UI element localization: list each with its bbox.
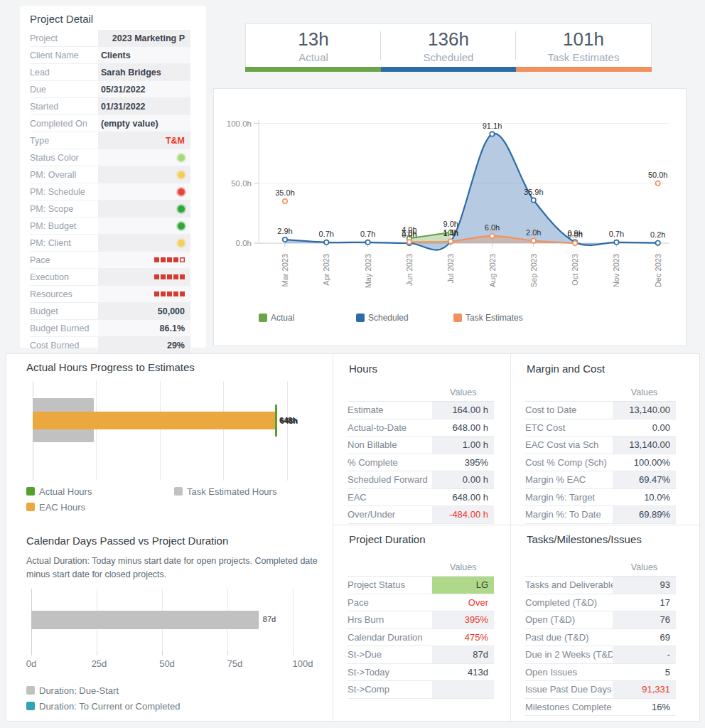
status-dot-icon (178, 223, 185, 230)
row-value: - (613, 646, 676, 663)
data-point[interactable] (324, 240, 328, 245)
data-point[interactable] (656, 240, 660, 245)
summary-color-bar (245, 67, 652, 72)
data-point[interactable] (283, 237, 287, 242)
data-point[interactable] (448, 239, 453, 243)
table-row: Hrs Burn395% (348, 611, 494, 629)
calendar-days-bar-chart[interactable]: 87d0d25d50d75d100d (26, 589, 327, 673)
y-axis-label: 50.0h (231, 179, 252, 188)
row-value: 0.00 (613, 419, 676, 437)
point-label: 35.9h (524, 188, 544, 196)
data-point[interactable] (573, 241, 577, 245)
data-point[interactable] (656, 181, 660, 186)
data-point[interactable] (490, 234, 494, 238)
plot-area: 87d (31, 589, 321, 651)
values-column-header: Values (432, 562, 494, 572)
table-row: Past due (T&D)69 (525, 629, 676, 647)
point-label: 6.0h (485, 223, 500, 232)
status-dot-icon (178, 205, 185, 213)
progress-chart-legend: Actual HoursTask Estimated HoursEAC Hour… (26, 483, 276, 515)
data-point[interactable] (532, 198, 536, 202)
data-point[interactable] (532, 238, 536, 242)
vertical-divider (510, 354, 511, 722)
point-label: 91.1h (483, 122, 502, 130)
legend-label: Duration: To Current or Completed (39, 701, 180, 712)
x-axis-label: 100d (293, 658, 313, 669)
field-label: Completed On (30, 119, 98, 129)
point-label: 50.0h (648, 171, 668, 179)
data-point[interactable] (407, 240, 411, 244)
field-value: T&M (98, 132, 190, 149)
legend-item[interactable]: EAC Hours (26, 499, 174, 515)
legend-label[interactable]: Actual (271, 313, 294, 323)
x-tick (227, 651, 228, 655)
legend-item[interactable]: Actual Hours (26, 483, 174, 499)
field-label: Cost Burned (30, 341, 98, 350)
gridline (293, 589, 294, 651)
point-label: 0.0h (567, 230, 582, 239)
legend-item[interactable]: Duration: Due-Start (26, 682, 180, 698)
summary-stat-value: 136h (381, 28, 516, 50)
bar-duration-due-start[interactable] (31, 611, 259, 629)
x-tick (162, 651, 163, 655)
row-label: Project Status (348, 577, 432, 594)
summary-stat: 101hTask Estimates (516, 24, 651, 67)
field-value (98, 269, 190, 285)
monthly-hours-line-chart[interactable]: 0.0h50.0h100.0hMar 2023Apr 2023May 2023J… (214, 89, 686, 346)
hours-progress-bar-chart[interactable]: 164h648h648h (26, 381, 328, 481)
actual-hours-marker[interactable] (275, 405, 277, 437)
field-label: PM: Budget (30, 221, 98, 231)
legend-swatch[interactable] (259, 314, 267, 322)
x-axis-label: May 2023 (364, 254, 372, 288)
data-point[interactable] (365, 240, 370, 245)
marker-value-label: 648h (280, 417, 298, 425)
row-value: LG (432, 577, 494, 594)
row-value: 648.00 h (432, 489, 494, 506)
project-detail-row: Cost Burned29% (30, 337, 190, 354)
gridline (96, 381, 97, 481)
table-header-row: Values (525, 559, 676, 577)
table-row: PaceOver (348, 594, 494, 612)
field-label: PM: Schedule (30, 187, 98, 197)
row-label: Hrs Burn (348, 611, 432, 628)
row-label: Open Issues (525, 664, 613, 681)
project-detail-row: Status Color (30, 149, 190, 166)
summary-stat-value: 13h (246, 28, 381, 50)
legend-label[interactable]: Scheduled (368, 313, 409, 323)
rating-square-icon (161, 274, 166, 279)
x-axis-label: Nov 2023 (612, 254, 620, 287)
data-point[interactable] (283, 199, 287, 203)
table-row: EAC Cost via Sch13,140.00 (525, 437, 676, 454)
table-row: Project StatusLG (348, 577, 494, 594)
legend-item[interactable]: Task Estimated Hours (174, 483, 276, 499)
legend-swatch[interactable] (356, 314, 365, 322)
legend-swatch-icon (26, 702, 35, 710)
row-value: 13,140.00 (613, 402, 676, 419)
summary-bar-segment (381, 67, 517, 72)
point-label: 0.2h (650, 230, 665, 239)
project-detail-row: PM: Schedule (30, 183, 190, 200)
table-row: Margin %: To Date69.89% (525, 506, 676, 524)
project-detail-title: Project Detail (20, 6, 206, 25)
project-detail-row: Budget50,000 (30, 303, 190, 320)
legend-label[interactable]: Task Estimates (465, 313, 523, 323)
field-label: Budget Burned (30, 323, 98, 333)
rating-square-icon (180, 291, 185, 296)
point-label: 0.7h (609, 230, 624, 238)
legend-swatch[interactable] (453, 314, 462, 322)
field-label: PM: Client (30, 238, 98, 248)
row-label: St->Comp (348, 681, 432, 698)
data-point[interactable] (490, 132, 494, 136)
row-value: 475% (432, 629, 494, 646)
table-header-row: Values (348, 559, 494, 577)
tasks-table-title: Tasks/Milestones/Issues (527, 533, 642, 545)
x-axis-label: Jul 2023 (446, 254, 455, 284)
bar-eac-hours[interactable] (33, 412, 275, 429)
row-value: 13,140.00 (613, 437, 676, 454)
legend-item[interactable]: Duration: To Current or Completed (26, 698, 180, 714)
row-value: 413d (432, 664, 494, 681)
data-point[interactable] (614, 240, 618, 245)
table-row: ETC Cost0.00 (525, 419, 676, 437)
project-detail-row: TypeT&M (30, 132, 190, 149)
gridline (287, 381, 288, 481)
